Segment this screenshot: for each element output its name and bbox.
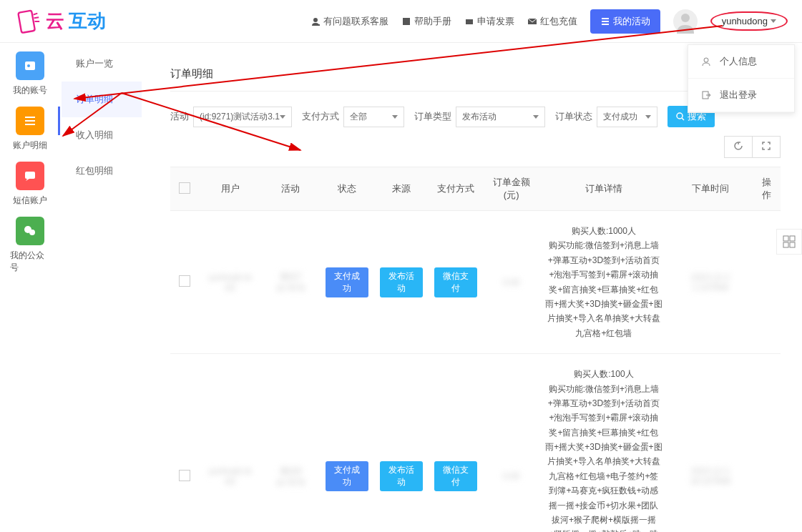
my-activity-button[interactable]: 我的活动 [590,9,660,34]
caret-down-icon [280,115,285,119]
status-badge: 支付成功 [326,461,368,491]
rail-wechat-label: 我的公众号 [10,250,50,274]
svg-point-13 [29,230,35,235]
cell-details: 购买人数:1000人购买功能:微信签到+消息上墙+弹幕互动+3D签到+活动首页+… [539,211,668,354]
svg-rect-19 [783,236,788,241]
svg-rect-11 [25,172,35,179]
payment-select[interactable]: 全部 [343,107,404,127]
th-pay-method: 支付方式 [429,167,483,211]
th-time: 下单时间 [668,167,753,211]
headset-icon [310,16,321,26]
refresh-icon [733,141,743,151]
cell-amount: 0.00 [503,277,519,287]
nav-recharge[interactable]: 红包充值 [527,15,577,28]
print-icon [464,16,474,26]
cell-time: 2023-12-2 1:107648 [690,272,730,292]
nav-help-label: 帮助手册 [414,15,451,28]
nav-contact-label: 有问题联系客服 [323,15,388,28]
user-menu: 个人信息 退出登录 [688,44,795,113]
cell-activity: 测试9 id:7678 [277,466,305,488]
table-header: 用户 活动 状态 来源 支付方式 订单金额(元) 订单详情 下单时间 操作 [170,167,781,211]
pay-method-badge: 微信支付 [434,267,477,297]
svg-point-7 [704,58,708,62]
activity-select[interactable]: (id:9271)测试活动3.1 [193,107,292,127]
cell-activity: 测试7 id:7678 [277,272,305,293]
table-toolbar [724,136,781,158]
svg-point-6 [681,14,690,22]
source-badge: 发布活动 [380,267,423,297]
user-menu-profile[interactable]: 个人信息 [688,45,794,79]
rail-wechat[interactable]: 我的公众号 [10,217,50,274]
table-row: yunhude te st2 测试9 id:7678 支付成功 发布活动 微信支… [170,354,781,532]
row-checkbox[interactable] [179,275,190,287]
order-type-select[interactable]: 发布活动 [456,107,545,127]
select-all-checkbox[interactable] [179,182,190,194]
rail-sms-label: 短信账户 [13,194,47,207]
envelope-icon [527,16,537,26]
sub-orders[interactable]: 订单明细 [62,82,142,117]
nav-invoice-label: 申请发票 [477,15,514,28]
svg-point-17 [677,113,683,119]
nav-invoice[interactable]: 申请发票 [464,15,514,28]
fullscreen-button[interactable] [752,137,780,157]
order-status-select[interactable]: 支付成功 [597,107,657,127]
filter-order-status: 订单状态 支付成功 [555,107,657,127]
user-dropdown[interactable]: yunhudong [710,11,788,31]
list-icon [600,16,610,26]
side-qr-widget[interactable] [776,229,802,255]
avatar[interactable] [673,9,698,34]
user-menu-logout[interactable]: 退出登录 [688,79,794,112]
rail-my-account[interactable]: 我的账号 [13,51,47,97]
rail-account-details[interactable]: 账户明细 [13,107,47,152]
row-checkbox[interactable] [179,470,190,481]
nav-help[interactable]: 帮助手册 [401,15,451,28]
svg-rect-22 [790,242,795,247]
th-details: 订单详情 [539,167,668,211]
logo-text-2: 互动 [69,9,106,34]
cell-user: yunhude te st2 [209,272,251,292]
th-activity: 活动 [261,167,320,211]
logout-icon [701,90,711,100]
details-icon [16,107,44,135]
filter-activity-label: 活动 [170,110,189,123]
th-action: 操作 [753,167,781,211]
caret-down-icon [533,115,539,119]
table-body: yunhude te st2 测试7 id:7678 支付成功 发布活动 微信支… [170,211,781,533]
filter-activity: 活动 (id:9271)测试活动3.1 [170,107,292,127]
caret-down-icon [645,115,651,119]
top-header: 云 互动 有问题联系客服 帮助手册 申请发票 红包充值 我的活动 yunhudo… [0,0,802,43]
cell-amount: 0.00 [503,471,519,481]
th-user: 用户 [199,167,261,211]
wechat-icon [16,217,44,245]
rail-sms-account[interactable]: 短信账户 [13,162,47,207]
th-status: 状态 [320,167,374,211]
activity-select-value: (id:9271)测试活动3.1 [200,111,280,123]
caret-down-icon [392,115,398,119]
table-row: yunhude te st2 测试7 id:7678 支付成功 发布活动 微信支… [170,211,781,354]
nav-contact[interactable]: 有问题联系客服 [310,15,388,28]
profile-icon [701,56,711,66]
sms-icon [16,162,44,190]
filter-order-type-label: 订单类型 [414,110,451,123]
sub-income[interactable]: 收入明细 [62,117,142,153]
svg-rect-20 [790,236,795,241]
sub-overview[interactable]: 账户一览 [62,46,142,82]
my-activity-label: 我的活动 [613,15,650,28]
search-icon [676,112,685,121]
left-rail: 我的账号 账户明细 短信账户 我的公众号 [10,51,50,274]
order-type-select-value: 发布活动 [462,111,497,123]
svg-point-10 [27,64,30,67]
pay-method-badge: 微信支付 [434,461,477,491]
refresh-button[interactable] [725,137,752,157]
fullscreen-icon [761,141,771,151]
rail-details-label: 账户明细 [13,139,47,152]
header-nav: 有问题联系客服 帮助手册 申请发票 红包充值 我的活动 yunhudong [310,9,788,34]
logo-text-1: 云 [46,9,64,34]
sub-redpacket[interactable]: 红包明细 [62,153,142,189]
username-label: yunhudong [722,16,768,26]
order-status-select-value: 支付成功 [603,111,637,123]
toolbar-row [170,136,781,158]
user-menu-profile-label: 个人信息 [720,55,757,68]
th-amount: 订单金额(元) [483,167,539,211]
logo[interactable]: 云 互动 [14,8,106,35]
